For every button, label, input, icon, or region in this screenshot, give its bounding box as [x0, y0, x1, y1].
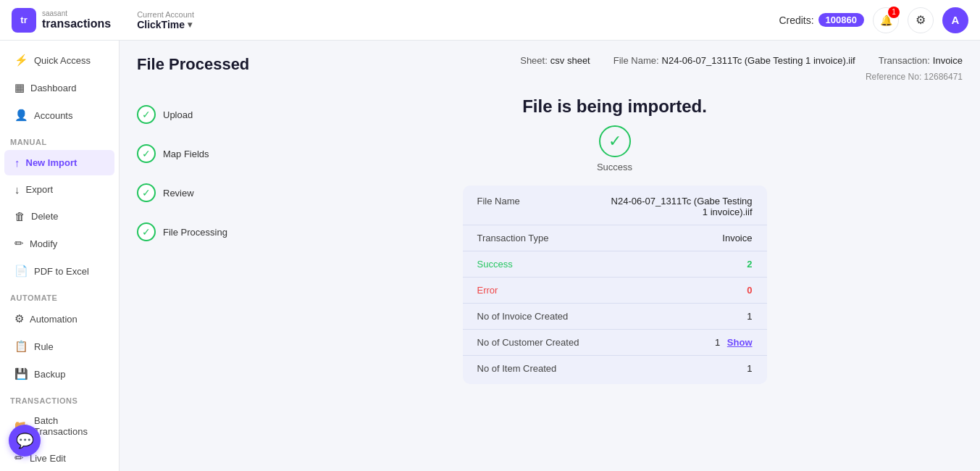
- steps-panel: ✓ Upload ✓ Map Fields ✓ Review ✓ File Pr…: [137, 96, 249, 384]
- result-status: Success: [597, 162, 632, 172]
- credits-badge: 100860: [818, 13, 864, 27]
- sidebar-label-dashboard: Dashboard: [30, 83, 77, 93]
- sidebar-label-export: Export: [26, 184, 54, 195]
- step-file-processing: ✓ File Processing: [137, 222, 249, 241]
- quick-access-icon: ⚡: [14, 54, 28, 67]
- result-table: File Name N24-06-07_1311Tc (Gabe Testing…: [463, 186, 767, 384]
- sidebar-item-delete[interactable]: 🗑 Delete: [4, 204, 114, 229]
- rule-icon: 📋: [14, 340, 28, 353]
- sidebar: ⚡ Quick Access ▦ Dashboard 👤 Accounts MA…: [0, 41, 120, 471]
- sidebar-item-export[interactable]: ↓ Export: [4, 177, 114, 202]
- page-meta: Sheet: csv sheet File Name: N24-06-07_13…: [520, 55, 963, 66]
- sidebar-section-automate: AUTOMATE: [0, 285, 119, 305]
- sidebar-label-rule: Rule: [34, 341, 54, 352]
- step-map-fields: ✓ Map Fields: [137, 144, 249, 163]
- settings-button[interactable]: ⚙: [908, 7, 934, 33]
- sidebar-label-batch-transactions: Batch Transactions: [34, 415, 104, 437]
- row-val-customer-created: 1 Show: [715, 337, 753, 348]
- row-val-error: 0: [747, 285, 752, 296]
- sidebar-item-new-import[interactable]: ↑ New Import: [4, 150, 114, 175]
- delete-icon: 🗑: [14, 210, 25, 222]
- automation-icon: ⚙: [14, 312, 24, 325]
- sidebar-item-backup[interactable]: 💾 Backup: [4, 361, 114, 387]
- reference-number: Reference No: 12686471: [866, 72, 963, 82]
- gear-icon: ⚙: [916, 13, 926, 27]
- product-name: transactions: [42, 17, 111, 30]
- row-val-transaction-type: Invoice: [722, 233, 752, 243]
- row-val-filename: N24-06-07_1311Tc (Gabe Testing 1 invoice…: [608, 196, 753, 217]
- filename-value: N24-06-07_1311Tc (Gabe Testing 1 invoice…: [662, 55, 855, 66]
- body-area: ⚡ Quick Access ▦ Dashboard 👤 Accounts MA…: [0, 41, 980, 471]
- brand-name: saasant: [42, 9, 111, 17]
- sidebar-item-rule[interactable]: 📋 Rule: [4, 333, 114, 359]
- transaction-label: Transaction:: [879, 55, 930, 66]
- result-title: File is being imported.: [522, 96, 707, 117]
- table-row-transaction-type: Transaction Type Invoice: [463, 225, 767, 251]
- step-upload-label: Upload: [163, 109, 193, 120]
- chevron-down-icon: ▾: [188, 20, 192, 30]
- sidebar-item-modify[interactable]: ✏ Modify: [4, 230, 114, 257]
- steps-content: ✓ Upload ✓ Map Fields ✓ Review ✓ File Pr…: [137, 96, 963, 384]
- table-row-filename: File Name N24-06-07_1311Tc (Gabe Testing…: [463, 188, 767, 225]
- chat-icon: 💬: [16, 432, 34, 449]
- row-key-invoice-created: No of Invoice Created: [477, 311, 569, 322]
- sidebar-item-quick-access[interactable]: ⚡ Quick Access: [4, 47, 114, 73]
- pdf-to-excel-icon: 📄: [14, 264, 28, 278]
- table-row-success: Success 2: [463, 251, 767, 278]
- step-review: ✓ Review: [137, 183, 249, 202]
- meta-transaction: Transaction: Invoice: [879, 55, 963, 66]
- sidebar-item-accounts[interactable]: 👤 Accounts: [4, 102, 114, 128]
- row-val-invoice-created: 1: [747, 311, 752, 322]
- row-val-success: 2: [747, 259, 752, 270]
- page-title: File Processed: [137, 55, 249, 74]
- logo-box: tr: [12, 8, 36, 33]
- sheet-label: Sheet:: [520, 55, 548, 66]
- avatar-initial: A: [952, 14, 960, 26]
- step-review-label: Review: [163, 188, 194, 199]
- step-file-processing-circle: ✓: [137, 222, 156, 241]
- sheet-value: csv sheet: [550, 55, 590, 66]
- row-key-error: Error: [477, 285, 498, 296]
- page-header: File Processed Sheet: csv sheet File Nam…: [137, 55, 963, 82]
- app-wrapper: tr saasant transactions Current Account …: [0, 0, 980, 471]
- meta-filename: File Name: N24-06-07_1311Tc (Gabe Testin…: [613, 55, 855, 66]
- sidebar-label-new-import: New Import: [26, 157, 78, 168]
- table-row-item-created: No of Item Created 1: [463, 356, 767, 381]
- sidebar-item-dashboard[interactable]: ▦ Dashboard: [4, 75, 114, 101]
- account-name-value: ClickTime: [137, 19, 185, 30]
- sidebar-label-accounts: Accounts: [34, 110, 72, 121]
- main-content: File Processed Sheet: csv sheet File Nam…: [120, 41, 980, 471]
- top-nav: tr saasant transactions Current Account …: [0, 0, 980, 41]
- table-row-customer-created: No of Customer Created 1 Show: [463, 330, 767, 356]
- result-check-icon: ✓: [599, 125, 631, 157]
- row-key-item-created: No of Item Created: [477, 363, 557, 374]
- step-upload-circle: ✓: [137, 105, 156, 124]
- step-review-circle: ✓: [137, 183, 156, 202]
- row-key-customer-created: No of Customer Created: [477, 337, 579, 348]
- sidebar-label-quick-access: Quick Access: [34, 55, 91, 66]
- logo-area: tr saasant transactions: [12, 8, 111, 33]
- reference-label: Reference No:: [866, 72, 924, 82]
- sidebar-section-manual: MANUAL: [0, 129, 119, 149]
- table-row-error: Error 0: [463, 278, 767, 304]
- accounts-icon: 👤: [14, 109, 28, 122]
- logo-text: saasant transactions: [42, 9, 111, 30]
- credits-area: Credits: 100860: [779, 13, 864, 27]
- row-val-item-created: 1: [747, 363, 752, 374]
- sidebar-label-live-edit: Live Edit: [30, 453, 66, 464]
- row-key-transaction-type: Transaction Type: [477, 233, 549, 243]
- user-avatar[interactable]: A: [942, 7, 968, 33]
- reference-value: 12686471: [924, 72, 963, 82]
- step-map-fields-circle: ✓: [137, 144, 156, 163]
- account-selector[interactable]: ClickTime ▾: [137, 19, 194, 30]
- sidebar-item-pdf-to-excel[interactable]: 📄 PDF to Excel: [4, 258, 114, 284]
- show-link[interactable]: Show: [727, 337, 753, 348]
- sidebar-label-delete: Delete: [31, 211, 59, 222]
- backup-icon: 💾: [14, 367, 28, 380]
- sidebar-section-transactions: TRANSACTIONS: [0, 388, 119, 408]
- table-row-invoice-created: No of Invoice Created 1: [463, 304, 767, 330]
- sidebar-item-automation[interactable]: ⚙ Automation: [4, 306, 114, 332]
- notification-button[interactable]: 🔔 1: [873, 7, 899, 33]
- chat-bubble-button[interactable]: 💬: [9, 425, 41, 457]
- nav-right: Credits: 100860 🔔 1 ⚙ A: [779, 7, 968, 33]
